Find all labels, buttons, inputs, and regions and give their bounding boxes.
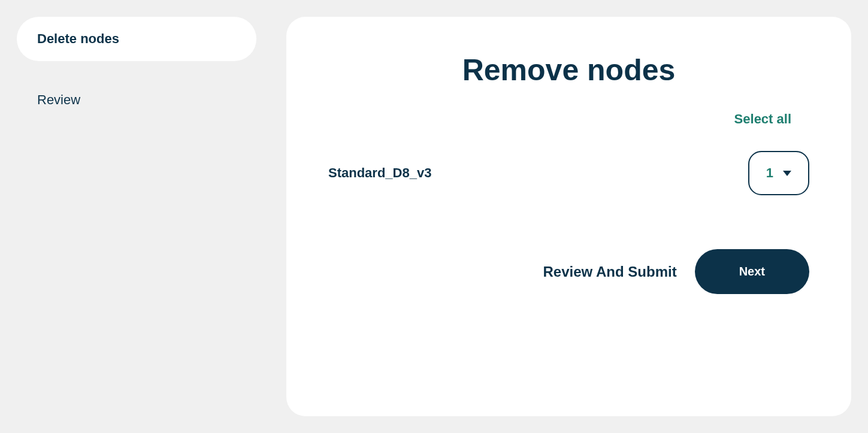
sidebar: Delete nodes Review (17, 17, 256, 416)
select-all-link[interactable]: Select all (734, 111, 791, 127)
main-panel: Remove nodes Select all Standard_D8_v3 1… (286, 17, 851, 416)
select-all-row: Select all (328, 111, 809, 127)
page-title: Remove nodes (328, 53, 809, 87)
next-button[interactable]: Next (695, 249, 809, 294)
sidebar-item-label: Delete nodes (37, 31, 119, 46)
sidebar-item-review[interactable]: Review (17, 78, 256, 122)
action-row: Review And Submit Next (328, 249, 809, 294)
sidebar-item-label: Review (37, 92, 80, 107)
quantity-value: 1 (766, 165, 773, 181)
node-name-label: Standard_D8_v3 (328, 165, 431, 181)
chevron-down-icon (783, 171, 791, 176)
review-submit-label: Review And Submit (543, 264, 677, 280)
node-row: Standard_D8_v3 1 (328, 151, 809, 195)
sidebar-item-delete-nodes[interactable]: Delete nodes (17, 17, 256, 61)
quantity-dropdown[interactable]: 1 (748, 151, 809, 195)
